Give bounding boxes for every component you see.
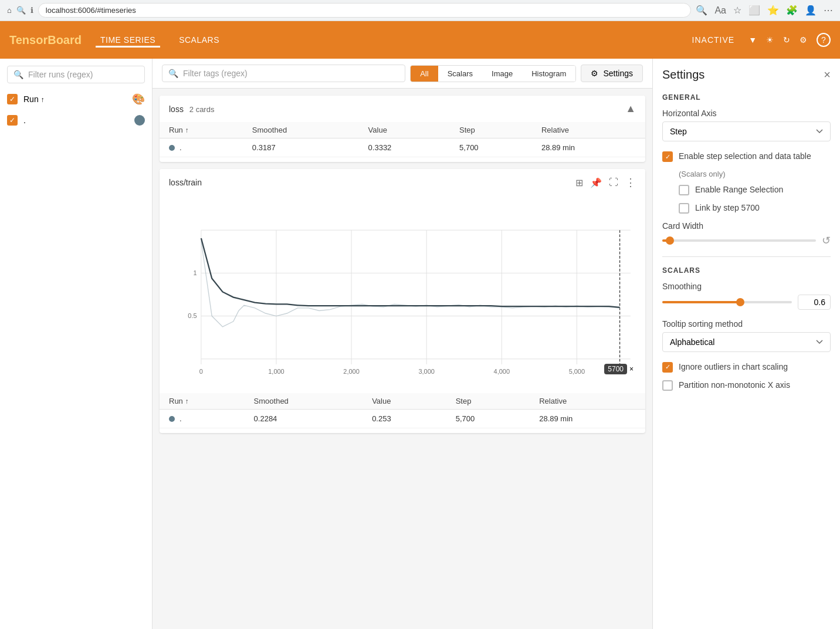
- table-row: . 0.2284 0.253 5,700 28.89 min: [160, 410, 645, 428]
- sidebar: 🔍 Filter runs (regex) ✓ Run ↑ 🎨 ✓ .: [0, 59, 153, 629]
- address-text: localhost:6006/#timeseries: [46, 6, 136, 15]
- smoothing-slider-row: [662, 295, 831, 310]
- browser-action-icons: 🔍 Aa ☆ ⬜ ⭐ 🧩 👤 ⋯: [696, 5, 833, 16]
- dropdown-chevron-icon[interactable]: ▼: [748, 35, 757, 45]
- step-selection-checkbox[interactable]: ✓: [662, 151, 673, 162]
- split-icon[interactable]: ⬜: [748, 5, 760, 16]
- main-container: 🔍 Filter runs (regex) ✓ Run ↑ 🎨 ✓ . 🔍 Fi…: [0, 59, 840, 629]
- ignore-outliers-row: ✓ Ignore outliers in chart scaling: [662, 361, 831, 373]
- bookmark-icon[interactable]: ☆: [733, 5, 741, 16]
- app-logo: TensorBoard: [9, 33, 82, 47]
- settings-icon[interactable]: ⚙: [800, 35, 807, 45]
- brightness-icon[interactable]: ☀: [766, 35, 774, 45]
- loss-card-badge: 2 cards: [189, 105, 215, 114]
- tab-image[interactable]: Image: [482, 66, 522, 82]
- loss-card-header: loss 2 cards ▲: [160, 96, 645, 122]
- range-selection-checkbox[interactable]: [679, 185, 689, 195]
- more-vert-icon[interactable]: ⋮: [625, 176, 636, 189]
- tooltip-sort-label: Tooltip sorting method: [662, 319, 831, 329]
- filter-runs-input[interactable]: 🔍 Filter runs (regex): [7, 66, 145, 83]
- range-selection-label: Enable Range Selection: [695, 184, 783, 196]
- pin-icon[interactable]: 📌: [590, 177, 602, 188]
- partition-checkbox[interactable]: [662, 380, 673, 391]
- loss-card-actions: ▲: [625, 103, 636, 115]
- cell-relative: 28.89 min: [532, 138, 645, 157]
- svg-text:4,000: 4,000: [494, 368, 510, 375]
- run-color-dot: [169, 145, 175, 151]
- filter-tags-input[interactable]: 🔍 Filter tags (regex): [162, 65, 405, 82]
- settings-button[interactable]: ⚙ Settings: [581, 65, 643, 82]
- svg-text:2,000: 2,000: [343, 368, 359, 375]
- run-all-checkbox[interactable]: ✓: [7, 94, 18, 104]
- train-card-actions: ⊞ 📌 ⛶ ⋮: [575, 176, 636, 189]
- loss-card-title-area: loss 2 cards: [169, 104, 214, 114]
- train-col-value: Value: [363, 393, 446, 410]
- train-chart-area[interactable]: 1 0.5 0 1,000 2,000 3,000 4,000 5,000: [160, 196, 645, 393]
- tab-group: All Scalars Image Histogram: [410, 65, 576, 82]
- browser-search-icon[interactable]: 🔍: [16, 6, 26, 15]
- horizontal-axis-dropdown[interactable]: Step Relative Wall: [662, 121, 831, 141]
- profile-icon[interactable]: 👤: [805, 5, 817, 16]
- zoom-icon[interactable]: 🔍: [696, 5, 707, 16]
- col-smoothed: Smoothed: [243, 122, 359, 138]
- loss-card-collapse-icon[interactable]: ▲: [625, 103, 636, 115]
- content-area: 🔍 Filter tags (regex) All Scalars Image …: [153, 59, 652, 629]
- smoothing-slider-thumb[interactable]: [736, 298, 744, 306]
- reader-icon[interactable]: Aa: [714, 5, 726, 16]
- fullscreen-icon[interactable]: ⛶: [609, 177, 618, 188]
- smoothing-label: Smoothing: [662, 282, 831, 291]
- more-icon[interactable]: ⋯: [824, 5, 833, 16]
- svg-text:1: 1: [193, 269, 197, 276]
- cell-value: 0.3332: [359, 138, 450, 157]
- browser-home-icon[interactable]: ⌂: [7, 6, 12, 15]
- browser-info-icon: ℹ: [31, 6, 33, 15]
- fit-to-domain-icon[interactable]: ⊞: [575, 177, 583, 188]
- link-by-step-label: Link by step 5700: [695, 202, 760, 214]
- svg-text:0.5: 0.5: [188, 312, 197, 319]
- settings-btn-icon: ⚙: [591, 69, 598, 78]
- link-by-step-checkbox[interactable]: [679, 203, 689, 214]
- nav-time-series[interactable]: TIME SERIES: [96, 33, 160, 48]
- header-icons: ▼ ☀ ↻ ⚙ ?: [748, 33, 831, 47]
- card-width-reset-icon[interactable]: ↺: [822, 234, 831, 247]
- close-settings-button[interactable]: ×: [824, 68, 831, 82]
- tab-scalars[interactable]: Scalars: [438, 66, 482, 82]
- help-icon[interactable]: ?: [817, 33, 831, 47]
- tab-all[interactable]: All: [411, 66, 438, 82]
- star-icon[interactable]: ⭐: [767, 5, 779, 16]
- run-dot-checkbox[interactable]: ✓: [7, 115, 18, 126]
- step-selection-row: ✓ Enable step selection and data table: [662, 151, 831, 163]
- smoothing-slider-track[interactable]: [662, 301, 792, 303]
- ignore-outliers-label: Ignore outliers in chart scaling: [679, 361, 788, 373]
- train-data-table: Run ↑ Smoothed Value Step Relative .: [160, 393, 645, 428]
- train-col-relative: Relative: [530, 393, 645, 410]
- train-cell-step: 5,700: [446, 410, 530, 428]
- extension-icon[interactable]: 🧩: [786, 5, 798, 16]
- refresh-icon[interactable]: ↻: [783, 35, 790, 45]
- section-divider: [662, 256, 831, 257]
- toolbar: 🔍 Filter tags (regex) All Scalars Image …: [153, 59, 652, 89]
- settings-panel: Settings × GENERAL Horizontal Axis Step …: [652, 59, 840, 629]
- loss-table-header: Run ↑ Smoothed Value Step Relative: [160, 122, 645, 138]
- filter-tags-placeholder: Filter tags (regex): [183, 69, 248, 78]
- smoothing-value-input[interactable]: [798, 295, 831, 310]
- tab-histogram[interactable]: Histogram: [522, 66, 575, 82]
- train-chart-svg: 1 0.5 0 1,000 2,000 3,000 4,000 5,000: [169, 201, 636, 388]
- palette-icon[interactable]: 🎨: [132, 93, 145, 106]
- run-dot-color: [134, 115, 145, 126]
- browser-bar: ⌂ 🔍 ℹ localhost:6006/#timeseries 🔍 Aa ☆ …: [0, 0, 840, 21]
- browser-address-bar[interactable]: localhost:6006/#timeseries: [38, 3, 692, 18]
- nav-scalars[interactable]: SCALARS: [174, 33, 224, 47]
- svg-text:3,000: 3,000: [418, 368, 434, 375]
- step-badge: 5700: [604, 364, 627, 374]
- cell-step: 5,700: [450, 138, 532, 157]
- card-width-slider-thumb[interactable]: [666, 236, 674, 245]
- svg-text:5,000: 5,000: [569, 368, 585, 375]
- ignore-outliers-checkbox[interactable]: ✓: [662, 362, 673, 373]
- tooltip-sort-dropdown[interactable]: Alphabetical Ascending Descending Neares…: [662, 332, 831, 352]
- step-selection-label: Enable step selection and data table: [679, 151, 811, 163]
- card-width-slider-track[interactable]: [662, 239, 816, 242]
- step-close-icon[interactable]: ×: [629, 365, 634, 373]
- run-dot-label: .: [23, 116, 128, 125]
- svg-text:0: 0: [199, 368, 203, 375]
